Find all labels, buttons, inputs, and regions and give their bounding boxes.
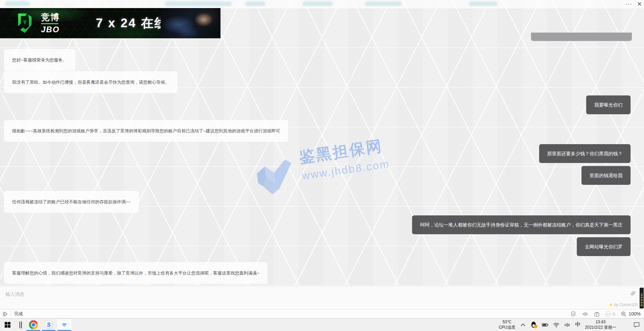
screen: ⋯ ✕ 竞博 JBO 7 x 24 在线客服 bbox=[0, 0, 644, 331]
agent-message: 您好~客服很荣幸为您服务。 bbox=[4, 49, 75, 71]
toolbox-plus-icon[interactable] bbox=[594, 311, 600, 317]
sound-icon[interactable] bbox=[582, 311, 588, 317]
tray-volume[interactable] bbox=[564, 322, 571, 328]
tray-time: 13:43 bbox=[585, 320, 616, 325]
browser-statusbar: 完成 AD 0 1 bbox=[0, 309, 644, 319]
scroll-ticks bbox=[641, 294, 643, 306]
sogou-browser-icon: S bbox=[44, 320, 53, 329]
cpu-temp-label: CPU温度 bbox=[499, 325, 515, 330]
ad-blocker-badge[interactable]: AD 0 bbox=[605, 311, 615, 317]
tray-clock[interactable]: 13:43 2021/2/22 星期一 bbox=[585, 320, 616, 330]
agent-message: 任何违规被冻结了的账户已经不能在做任何的存提款操作滴~~ bbox=[4, 191, 139, 213]
cpu-temperature: 53℃ CPU温度 bbox=[499, 320, 515, 330]
qq-icon bbox=[531, 322, 537, 328]
zoom-icon bbox=[620, 311, 627, 317]
agent-message: 我没有了黑暗。如今动作已缓慢，但是夜魔还是会尽快为您查询，请您耐心等候。 bbox=[4, 71, 177, 93]
agent-message: 很抱歉~~~英雄系统检测到您的游戏账户异常，且违反了竞博的博彩规则导致您的账户目… bbox=[4, 120, 288, 142]
start-button[interactable] bbox=[0, 319, 15, 331]
attachment-icon[interactable] bbox=[629, 290, 636, 297]
taskbar: S 53℃ CPU温度 bbox=[0, 319, 644, 331]
user-message: 那里面还要多少钱？你们黑我的钱？ bbox=[539, 144, 631, 163]
system-tray: 53℃ CPU温度 bbox=[499, 319, 644, 331]
statusbar-divider bbox=[11, 311, 11, 317]
user-message: 去网站曝光你们罗 bbox=[577, 237, 631, 256]
action-center-button[interactable] bbox=[633, 322, 640, 328]
page-status-text: 完成 bbox=[14, 311, 23, 317]
message-composer: by Comm100 bbox=[0, 286, 644, 309]
taskbar-app-current[interactable] bbox=[56, 319, 72, 331]
branding-label: by Comm100 bbox=[614, 302, 638, 307]
zoom-level: 100% bbox=[629, 311, 641, 317]
chevron-up-icon bbox=[520, 323, 526, 327]
statusbar-right: AD 0 100% bbox=[570, 311, 644, 317]
chrome-icon bbox=[29, 320, 38, 329]
taskbar-separator bbox=[19, 322, 22, 328]
ad-count: 0 bbox=[613, 312, 615, 317]
comm100-branding: by Comm100 bbox=[609, 302, 638, 307]
taskbar-app-sogou[interactable]: S bbox=[41, 319, 56, 331]
notification-icon bbox=[633, 322, 640, 328]
statusbar-left: 完成 bbox=[0, 311, 23, 317]
user-message: 我要曝光你们 bbox=[586, 95, 631, 114]
tray-date: 2021/2/22 星期一 bbox=[585, 325, 616, 330]
wifi-icon bbox=[553, 322, 560, 328]
battery-icon bbox=[542, 323, 549, 327]
tray-battery[interactable] bbox=[542, 322, 549, 328]
zoom-control[interactable]: 100% bbox=[620, 311, 641, 317]
speaker-icon bbox=[564, 322, 571, 328]
tray-network[interactable] bbox=[553, 322, 560, 328]
taskbar-app-icon bbox=[60, 320, 69, 329]
page-load-icon bbox=[2, 311, 8, 317]
security-shield-icon[interactable] bbox=[570, 311, 576, 317]
message-input[interactable] bbox=[5, 289, 594, 299]
partial-message-bubble bbox=[531, 33, 632, 41]
chat-message-list: 您好~客服很荣幸为您服务。 我没有了黑暗。如今动作已缓慢，但是夜魔还是会尽快为您… bbox=[0, 0, 644, 331]
ad-icon: AD bbox=[605, 311, 611, 317]
taskbar-app-chrome[interactable] bbox=[26, 319, 41, 331]
scroll-indicator-strip[interactable] bbox=[640, 288, 644, 308]
tray-qq[interactable] bbox=[531, 322, 537, 328]
agent-message: 客服理解您的心情，我们感谢您对竞博的支持与厚爱，除了竞博以外，市场上也有各大平台… bbox=[4, 262, 268, 284]
user-message: 呵呵，论坛一堆人都被你们无故手持身份证审核，无一例外都被冻结账户，你们真是天下第… bbox=[412, 215, 631, 234]
tray-expand-button[interactable] bbox=[520, 322, 526, 328]
ime-indicator[interactable]: 中 bbox=[575, 321, 580, 328]
lightning-icon bbox=[609, 302, 613, 307]
cpu-temp-value: 53℃ bbox=[499, 320, 515, 325]
windows-logo-icon bbox=[4, 322, 11, 328]
user-message: 里面的钱退给我 bbox=[581, 166, 631, 185]
